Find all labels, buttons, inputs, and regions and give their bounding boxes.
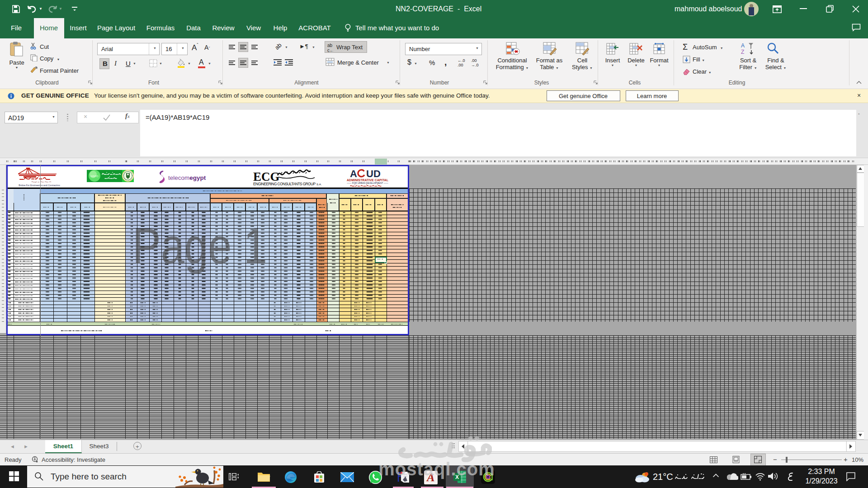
svg-text:Bridge For Engineering and Con: Bridge For Engineering and Contracting bbox=[19, 184, 60, 187]
svg-text:ENGINEERING CONSULTANTS GROUP: ENGINEERING CONSULTANTS GROUP bbox=[253, 182, 316, 186]
svg-text:Z: Z bbox=[741, 49, 744, 55]
svg-text:—— FOR URBAN DEVELOPMENT ——: —— FOR URBAN DEVELOPMENT —— bbox=[347, 182, 388, 184]
svg-text:NSPO: NSPO bbox=[90, 175, 98, 178]
svg-text:ADMINISTRATIVE CAPITAL: ADMINISTRATIVE CAPITAL bbox=[347, 178, 389, 182]
svg-text:S.A.: S.A. bbox=[316, 183, 322, 186]
svg-text:telecomegypt: telecomegypt bbox=[168, 174, 206, 181]
svg-text:A: A bbox=[741, 42, 745, 49]
svg-text:A: A bbox=[350, 168, 357, 179]
svg-text:UD: UD bbox=[366, 168, 381, 179]
